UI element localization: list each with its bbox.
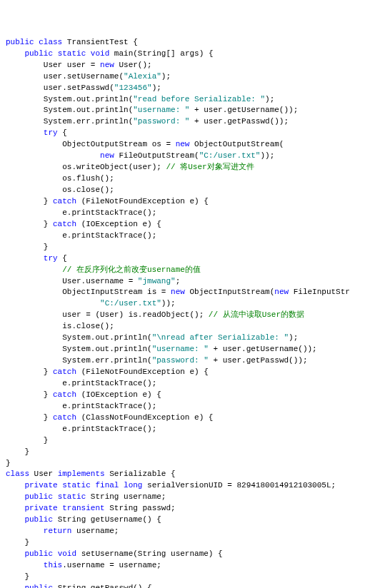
- code-token: new: [171, 288, 189, 296]
- code-token: // 将User对象写进文件: [166, 163, 254, 171]
- code-line: System.out.println("username: " + user.g…: [6, 344, 369, 355]
- code-token: static: [58, 492, 91, 501]
- code-line: os.close();: [6, 185, 369, 196]
- code-line: }: [6, 447, 369, 458]
- code-token: [6, 299, 100, 308]
- code-token: os.close();: [6, 186, 114, 194]
- code-token: ObjectInputStream is =: [6, 288, 171, 296]
- code-token: System.out.println(: [6, 106, 133, 114]
- code-block: public class TransientTest { public stat…: [6, 37, 369, 588]
- code-token: "password: ": [133, 117, 189, 126]
- code-line: os.flush();: [6, 173, 369, 185]
- code-token: is.close();: [6, 322, 114, 330]
- code-token: public: [24, 49, 57, 58]
- code-token: }: [6, 447, 29, 456]
- code-token: );: [289, 333, 298, 342]
- code-token: os.flush();: [6, 174, 114, 183]
- code-token: catch: [53, 390, 81, 399]
- code-token: setUsername(String username) {: [81, 549, 223, 558]
- code-token: [6, 504, 24, 512]
- code-token: );: [265, 95, 274, 103]
- code-line: }: [6, 537, 369, 549]
- code-line: e.printStackTrace();: [6, 230, 369, 242]
- code-token: // 在反序列化之前改变username的值: [62, 265, 201, 274]
- code-line: }: [6, 458, 369, 470]
- code-token: }: [6, 413, 53, 422]
- code-token: new: [100, 151, 119, 160]
- code-token: String getUsername() {: [58, 515, 161, 524]
- code-token: serialVersionUID = 8294180014912103005L;: [147, 481, 336, 490]
- code-token: (FileNotFoundException e) {: [81, 197, 209, 206]
- code-token: return: [44, 527, 76, 535]
- code-line: ObjectInputStream is = new ObjectInputSt…: [6, 287, 369, 298]
- code-token: User();: [119, 61, 151, 69]
- code-line: is.close();: [6, 321, 369, 333]
- code-token: }: [6, 368, 53, 376]
- code-token: String passwd;: [109, 504, 175, 512]
- code-token: );: [152, 83, 161, 92]
- code-token: this: [44, 561, 62, 569]
- code-token: [6, 561, 44, 569]
- code-token: void: [91, 49, 114, 58]
- code-token: "username: ": [133, 106, 189, 114]
- code-token: .username = username;: [62, 561, 161, 569]
- code-token: catch: [53, 220, 81, 228]
- code-token: [6, 584, 24, 588]
- code-token: public: [24, 492, 57, 501]
- code-token: class: [39, 38, 67, 46]
- code-token: catch: [53, 197, 81, 206]
- code-line: User user = new User();: [6, 60, 369, 71]
- code-token: public: [24, 549, 57, 558]
- code-token: }: [6, 197, 53, 206]
- code-token: TransientTest {: [67, 38, 138, 46]
- code-line: public static String username;: [6, 492, 369, 503]
- code-token: );: [161, 72, 171, 81]
- code-line: System.out.println("read before Serializ…: [6, 94, 369, 106]
- code-token: + user.getUsername());: [189, 106, 298, 114]
- code-token: "Alexia": [124, 72, 161, 81]
- code-line: e.printStackTrace();: [6, 378, 369, 390]
- code-token: + user.getPasswd());: [209, 356, 308, 365]
- code-token: }: [6, 572, 29, 581]
- code-line: os.writeObject(user); // 将User对象写进文件: [6, 162, 369, 173]
- code-token: os.writeObject(user);: [6, 163, 166, 171]
- code-token: FileInputStr: [294, 288, 350, 296]
- code-token: }: [6, 538, 29, 547]
- code-line: "C:/user.txt"));: [6, 298, 369, 310]
- code-line: } catch (FileNotFoundException e) {: [6, 196, 369, 208]
- code-line: ObjectOutputStream os = new ObjectOutput…: [6, 139, 369, 151]
- code-token: }: [6, 220, 53, 228]
- code-token: User user =: [6, 61, 100, 69]
- code-token: (FileNotFoundException e) {: [81, 368, 209, 376]
- code-line: User.username = "jmwang";: [6, 276, 369, 288]
- code-token: String getPasswd() {: [58, 584, 152, 588]
- code-line: // 在反序列化之前改变username的值: [6, 265, 369, 276]
- code-token: }: [6, 390, 53, 399]
- code-token: new: [274, 288, 293, 296]
- code-token: user.setUsername(: [6, 72, 124, 81]
- code-token: public: [6, 38, 39, 46]
- code-token: {: [62, 128, 67, 137]
- code-line: System.out.println("username: " + user.g…: [6, 105, 369, 116]
- code-line: e.printStackTrace();: [6, 208, 369, 219]
- code-token: User: [34, 470, 58, 478]
- code-line: public void setUsername(String username)…: [6, 549, 369, 560]
- code-token: [6, 527, 44, 535]
- code-line: user.setUsername("Alexia");: [6, 71, 369, 83]
- code-token: main(String[] args) {: [114, 49, 214, 58]
- code-line: return username;: [6, 526, 369, 537]
- code-line: }: [6, 242, 369, 253]
- code-token: new: [100, 61, 119, 69]
- code-token: }: [6, 243, 48, 251]
- code-token: try: [44, 128, 62, 137]
- code-token: FileOutputStream(: [119, 151, 199, 160]
- code-token: ObjectInputStream(: [189, 288, 274, 296]
- code-token: System.out.println(: [6, 333, 152, 342]
- code-token: catch: [53, 413, 81, 422]
- code-token: catch: [53, 368, 81, 376]
- code-token: + user.getPasswd());: [189, 117, 289, 126]
- code-token: "C:/user.txt": [100, 299, 161, 308]
- code-line: new FileOutputStream("C:/user.txt"));: [6, 151, 369, 162]
- code-line: public static void main(String[] args) {: [6, 49, 369, 60]
- code-token: e.printStackTrace();: [6, 231, 156, 240]
